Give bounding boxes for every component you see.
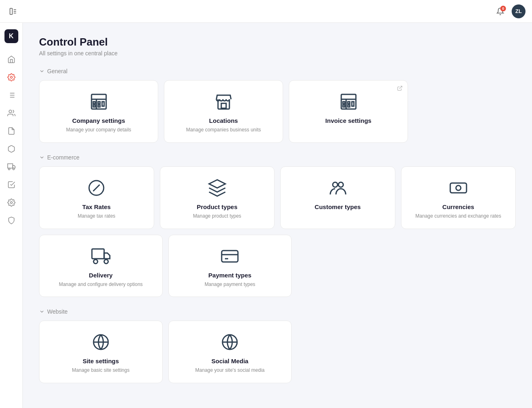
card-tax-rates-title: Tax Rates (82, 203, 111, 210)
card-invoice-settings-title: Invoice settings (325, 117, 371, 124)
svg-rect-29 (348, 105, 350, 107)
card-product-types-desc: Manage product types (193, 213, 241, 220)
store-icon (214, 92, 233, 111)
card-payment-types-desc: Manage payment types (205, 281, 255, 288)
card-social-media-desc: Manage your site's social media (195, 367, 264, 374)
building-icon (89, 92, 109, 111)
sidebar-item-settings2[interactable] (3, 194, 20, 211)
svg-rect-27 (343, 105, 345, 107)
svg-rect-35 (450, 183, 467, 193)
section-ecommerce-header[interactable]: E-commerce (39, 154, 516, 161)
svg-point-16 (10, 202, 12, 204)
section-website-label: Website (47, 308, 68, 315)
card-product-types[interactable]: Product types Manage product types (160, 166, 275, 229)
page-title: Control Panel (39, 36, 516, 48)
main-content: Control Panel All settings in one centra… (23, 23, 532, 408)
svg-point-33 (333, 182, 338, 187)
sidebar-item-invoice[interactable] (3, 177, 20, 193)
card-delivery-desc: Manage and configure delivery options (59, 281, 143, 288)
svg-rect-21 (98, 105, 100, 107)
sidebar-item-users[interactable] (3, 105, 20, 121)
svg-rect-18 (93, 102, 95, 104)
sidebar-logo[interactable]: K (4, 29, 18, 43)
card-company-settings-desc: Manage your company details (66, 127, 131, 133)
svg-rect-41 (222, 251, 238, 262)
layers-icon (207, 178, 227, 198)
sidebar-item-settings[interactable] (3, 69, 20, 85)
card-social-media-title: Social Media (211, 358, 249, 364)
sidebar-item-truck[interactable] (3, 159, 20, 175)
svg-point-40 (104, 260, 108, 264)
sidebar-item-shield[interactable] (3, 212, 20, 229)
delivery-icon (91, 247, 111, 266)
sidebar-item-document[interactable] (3, 123, 20, 139)
svg-point-4 (10, 76, 12, 79)
svg-marker-38 (104, 253, 110, 259)
card-locations-desc: Manage companies business units (186, 127, 261, 133)
svg-rect-0 (10, 8, 13, 14)
section-general: General (39, 68, 516, 143)
svg-rect-23 (221, 103, 226, 108)
card-social-media[interactable]: Social Media Manage your site's social m… (168, 321, 292, 383)
svg-point-14 (8, 168, 10, 170)
card-product-types-title: Product types (197, 203, 238, 210)
sidebar-item-list[interactable] (3, 87, 20, 103)
svg-marker-13 (13, 166, 15, 168)
card-locations-title: Locations (209, 117, 238, 124)
svg-point-15 (13, 168, 14, 170)
card-company-settings-title: Company settings (72, 117, 125, 124)
sidebar-item-box[interactable] (3, 141, 20, 157)
svg-line-24 (399, 86, 402, 89)
svg-point-39 (94, 260, 98, 264)
svg-line-32 (93, 185, 100, 191)
svg-rect-28 (348, 102, 350, 104)
card-tax-rates-desc: Manage tax rates (78, 213, 116, 220)
section-general-label: General (47, 68, 68, 74)
globe2-icon (220, 332, 240, 352)
card-currencies-desc: Manage currencies and exchange rates (415, 213, 501, 220)
card-company-settings[interactable]: Company settings Manage your company det… (39, 80, 158, 143)
card-invoice-settings[interactable]: Invoice settings (289, 80, 408, 143)
notification-badge: 0 (500, 6, 506, 11)
card-icon (220, 247, 240, 266)
page-subtitle: All settings in one central place (39, 50, 516, 57)
card-currencies-title: Currencies (443, 203, 474, 210)
card-currencies[interactable]: Currencies Manage currencies and exchang… (401, 166, 516, 229)
card-delivery-title: Delivery (89, 272, 113, 279)
notification-button[interactable]: 0 (494, 5, 507, 18)
svg-rect-30 (352, 102, 354, 106)
card-customer-types[interactable]: Customer types (280, 166, 395, 229)
percent-icon (87, 178, 106, 198)
card-site-settings-desc: Manage basic site settings (72, 367, 129, 374)
svg-rect-22 (102, 102, 104, 106)
svg-point-11 (9, 110, 12, 113)
section-general-header[interactable]: General (39, 68, 516, 74)
sidebar-item-home[interactable] (3, 51, 20, 68)
svg-point-34 (338, 182, 343, 187)
svg-rect-26 (343, 102, 345, 104)
sidebar: K (0, 23, 23, 408)
section-ecommerce: E-commerce Tax Rates Manage tax rates (39, 154, 516, 297)
section-website: Website Site settings Manage basic site (39, 308, 516, 383)
sidebar-toggle-button[interactable] (7, 5, 20, 18)
section-website-header[interactable]: Website (39, 308, 516, 315)
section-ecommerce-label: E-commerce (47, 154, 79, 161)
svg-point-36 (456, 185, 461, 190)
card-tax-rates[interactable]: Tax Rates Manage tax rates (39, 166, 154, 229)
card-site-settings-title: Site settings (83, 358, 119, 364)
svg-rect-20 (98, 102, 100, 104)
money-icon (449, 178, 468, 198)
globe-icon (91, 332, 111, 352)
user-avatar[interactable]: ZL (512, 4, 525, 18)
card-site-settings[interactable]: Site settings Manage basic site settings (39, 321, 163, 383)
card-delivery[interactable]: Delivery Manage and configure delivery o… (39, 235, 163, 297)
card-locations[interactable]: Locations Manage companies business unit… (164, 80, 283, 143)
people-icon (328, 178, 347, 198)
external-link-icon (397, 85, 403, 93)
svg-rect-12 (7, 164, 12, 168)
invoice-building-icon (339, 92, 358, 111)
svg-rect-37 (92, 249, 104, 259)
card-customer-types-title: Customer types (315, 203, 361, 210)
svg-rect-19 (93, 105, 95, 107)
card-payment-types[interactable]: Payment types Manage payment types (168, 235, 292, 297)
